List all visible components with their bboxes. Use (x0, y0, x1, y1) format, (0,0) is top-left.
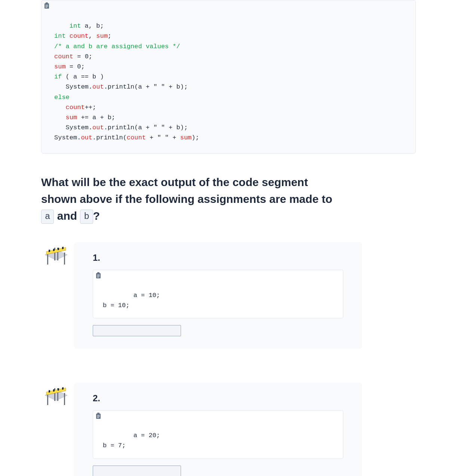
svg-rect-33 (97, 416, 100, 417)
inline-code-b: b (80, 210, 93, 224)
svg-rect-1 (46, 3, 48, 4)
code-token: sum (54, 63, 66, 70)
code-token: .println(a + (104, 124, 154, 131)
svg-rect-11 (49, 250, 50, 252)
subpart-2: 2. a = 20; b = 7; (41, 383, 416, 476)
code-line: a = 20; (134, 432, 160, 439)
code-token: " " (153, 124, 165, 131)
code-token: ); (191, 134, 199, 141)
code-token: " " (153, 83, 165, 90)
code-token: int (70, 22, 81, 30)
code-token: + b); (165, 83, 188, 90)
code-token: out (81, 134, 92, 141)
card-2: 2. a = 20; b = 7; (74, 383, 362, 476)
code-token: , (89, 33, 96, 40)
inline-code-a: a (41, 210, 54, 224)
code-token: if (54, 73, 62, 80)
svg-rect-7 (64, 253, 65, 265)
code-token: a, b; (81, 22, 104, 30)
svg-rect-12 (53, 249, 55, 251)
main-code-block: int a, b; int count, sum; /* a and b are… (41, 0, 416, 154)
question-mark: ? (93, 210, 100, 222)
code-token: out (92, 83, 104, 90)
code-token: ; (81, 63, 85, 70)
code-token: sum (96, 33, 108, 40)
code-token: = (66, 63, 77, 70)
code-line: a = 10; (134, 292, 160, 299)
code-token: ++; (85, 104, 96, 111)
code-token: " " (157, 134, 169, 141)
part-2-code: a = 20; b = 7; (93, 410, 343, 459)
code-token: += a + b; (77, 114, 115, 121)
part-number: 2. (93, 393, 343, 404)
code-token: + (169, 134, 180, 141)
hurdle-icon (41, 383, 71, 412)
code-token: System. (54, 124, 92, 131)
code-token: 0 (85, 53, 89, 60)
svg-rect-14 (62, 247, 64, 250)
clipboard-icon[interactable] (95, 272, 102, 279)
code-line: b = 7; (103, 442, 126, 449)
code-token: count (54, 53, 73, 60)
question-and: and (54, 210, 80, 222)
code-token: out (92, 124, 104, 131)
svg-rect-34 (97, 417, 99, 418)
code-token: .println( (92, 134, 127, 141)
code-token: = (73, 53, 85, 60)
code-token: ; (108, 33, 111, 40)
svg-rect-13 (58, 248, 59, 250)
svg-rect-22 (64, 393, 65, 405)
svg-rect-2 (46, 5, 48, 5)
subpart-1: 1. a = 10; b = 10; (41, 242, 416, 349)
code-line: b = 10; (103, 302, 129, 309)
code-token: System. (54, 83, 92, 90)
clipboard-icon[interactable] (43, 2, 50, 9)
code-token: count (127, 134, 146, 141)
svg-rect-3 (46, 6, 48, 6)
clipboard-icon[interactable] (95, 412, 102, 420)
question-line: shown above if the following assignments… (41, 193, 332, 205)
card-1: 1. a = 10; b = 10; (74, 242, 362, 349)
svg-rect-26 (49, 390, 50, 393)
part-1-code: a = 10; b = 10; (93, 270, 343, 318)
code-token (54, 104, 66, 111)
svg-rect-28 (58, 388, 59, 391)
code-token: else (54, 94, 70, 101)
svg-rect-4 (46, 7, 47, 7)
code-token: ( a == b ) (62, 73, 104, 80)
svg-rect-19 (97, 277, 99, 277)
question-text: What will be the exact output of the cod… (41, 174, 416, 224)
code-token: sum (180, 134, 192, 141)
code-token: count (66, 104, 85, 111)
svg-rect-29 (62, 387, 64, 390)
svg-rect-27 (53, 389, 55, 392)
svg-rect-32 (97, 415, 100, 415)
code-token: + b); (165, 124, 188, 131)
svg-rect-17 (97, 275, 100, 275)
code-token (54, 114, 66, 121)
code-token: int (54, 33, 66, 40)
svg-rect-31 (97, 413, 99, 414)
code-token: System. (54, 134, 81, 141)
answer-input-2[interactable] (93, 466, 181, 476)
code-token: count (66, 33, 89, 40)
code-token: + (146, 134, 157, 141)
svg-rect-16 (97, 272, 99, 274)
question-line: What will be the exact output of the cod… (41, 176, 308, 188)
code-token: ; (89, 53, 92, 60)
part-number: 1. (93, 253, 343, 263)
code-token: sum (66, 114, 77, 121)
answer-input-1[interactable] (93, 325, 181, 336)
svg-rect-18 (97, 276, 100, 276)
code-token: /* a and b are assigned values */ (54, 43, 180, 50)
code-token: .println(a + (104, 83, 154, 90)
code-token: 0 (77, 63, 81, 70)
hurdle-icon (41, 242, 71, 272)
